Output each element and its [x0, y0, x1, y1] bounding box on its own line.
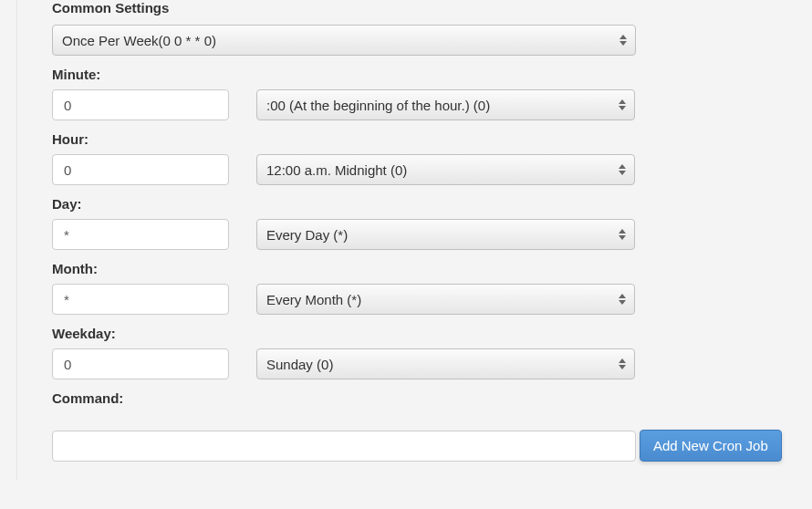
common-settings-heading: Common Settings [52, 0, 799, 16]
common-settings-select-value: Once Per Week(0 0 * * 0) [62, 33, 216, 48]
command-input[interactable] [52, 431, 636, 462]
weekday-select[interactable]: Sunday (0) [256, 348, 635, 379]
weekday-input[interactable] [52, 348, 229, 379]
day-select[interactable]: Every Day (*) [256, 219, 635, 250]
command-label: Command: [52, 390, 799, 406]
common-settings-select[interactable]: Once Per Week(0 0 * * 0) [52, 25, 636, 56]
minute-select[interactable]: :00 (At the beginning of the hour.) (0) [256, 89, 635, 120]
day-input[interactable] [52, 219, 229, 250]
day-label: Day: [52, 196, 799, 212]
weekday-label: Weekday: [52, 326, 799, 341]
month-select-value: Every Month (*) [266, 292, 361, 307]
hour-select-value: 12:00 a.m. Midnight (0) [266, 162, 407, 178]
weekday-select-value: Sunday (0) [266, 357, 333, 372]
hour-input[interactable] [52, 154, 229, 185]
minute-label: Minute: [52, 67, 799, 82]
day-select-value: Every Day (*) [266, 227, 348, 243]
hour-select[interactable]: 12:00 a.m. Midnight (0) [256, 154, 635, 185]
month-label: Month: [52, 261, 799, 276]
hour-label: Hour: [52, 131, 799, 147]
month-select[interactable]: Every Month (*) [256, 284, 635, 315]
month-input[interactable] [52, 284, 229, 315]
add-cron-job-button[interactable]: Add New Cron Job [640, 430, 782, 462]
minute-input[interactable] [52, 89, 229, 120]
minute-select-value: :00 (At the beginning of the hour.) (0) [266, 98, 490, 113]
